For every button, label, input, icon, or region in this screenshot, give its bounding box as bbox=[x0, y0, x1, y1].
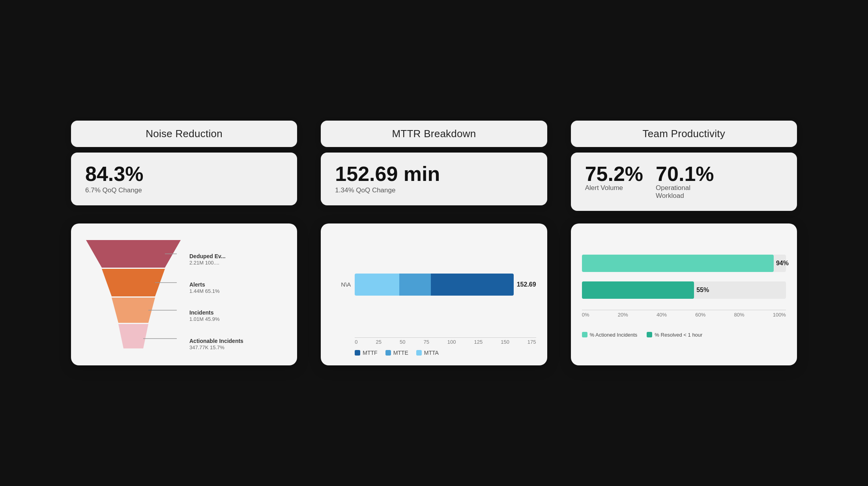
hbar-track-resolved: 55% bbox=[582, 281, 786, 299]
mttr-value-card: 152.69 min 1.34% QoQ Change bbox=[321, 153, 547, 205]
team-productivity-group: Team Productivity 75.2% Alert Volume 70.… bbox=[571, 121, 797, 211]
hbar-fill-resolved: 55% bbox=[582, 281, 694, 299]
mttr-title-card: MTTR Breakdown bbox=[321, 121, 547, 147]
legend-mtta-dot bbox=[416, 350, 422, 356]
noise-reduction-change: 6.7% QoQ Change bbox=[85, 186, 142, 194]
hbar-x-100: 100% bbox=[773, 312, 786, 318]
legend-actioned-label: % Actioned Incidents bbox=[590, 332, 638, 338]
legend-mtta: MTTA bbox=[416, 350, 439, 356]
productivity-legend: % Actioned Incidents % Resolved < 1 hour bbox=[582, 332, 786, 338]
mttr-chart-card: N\A 152.69 bbox=[321, 223, 547, 365]
funnel-container: Deduped Ev... 2.21M 100.... Alerts 1.44M… bbox=[82, 236, 286, 356]
hbar-x-20: 20% bbox=[618, 312, 628, 318]
legend-mtta-label: MTTA bbox=[424, 350, 439, 356]
mttr-x-tick-150: 150 bbox=[501, 339, 509, 345]
hbar-x-80: 80% bbox=[734, 312, 744, 318]
funnel-chart-card: Deduped Ev... 2.21M 100.... Alerts 1.44M… bbox=[71, 223, 297, 365]
dashboard: Noise Reduction 84.3% 6.7% QoQ Change MT… bbox=[39, 97, 829, 389]
legend-mttf-label: MTTF bbox=[363, 350, 377, 356]
mttr-x-tick-25: 25 bbox=[376, 339, 382, 345]
legend-actioned-dot bbox=[582, 332, 587, 337]
mttr-bar-row: N\A 152.69 bbox=[332, 236, 536, 333]
mttr-x-tick-100: 100 bbox=[447, 339, 456, 345]
noise-reduction-title-card: Noise Reduction bbox=[71, 121, 297, 147]
mtta-segment bbox=[355, 274, 399, 296]
mttr-legend: MTTF MTTE MTTA bbox=[332, 350, 536, 356]
svg-marker-7 bbox=[118, 324, 148, 348]
mttr-title: MTTR Breakdown bbox=[392, 128, 476, 140]
noise-reduction-value-card: 84.3% 6.7% QoQ Change bbox=[71, 153, 297, 205]
team-productivity-value-card: 75.2% Alert Volume 70.1% Operational Wor… bbox=[571, 153, 797, 211]
noise-reduction-value: 84.3% bbox=[85, 164, 143, 184]
legend-mtte-dot bbox=[385, 350, 391, 356]
bottom-row: Deduped Ev... 2.21M 100.... Alerts 1.44M… bbox=[71, 223, 797, 365]
legend-mttf-dot bbox=[355, 350, 360, 356]
team-prod-values: 75.2% Alert Volume 70.1% Operational Wor… bbox=[585, 164, 714, 200]
mttr-group: MTTR Breakdown 152.69 min 1.34% QoQ Chan… bbox=[321, 121, 547, 211]
operational-workload-value: 70.1% bbox=[656, 164, 714, 184]
alert-volume-item: 75.2% Alert Volume bbox=[585, 164, 643, 192]
legend-resolved: % Resolved < 1 hour bbox=[647, 332, 702, 338]
funnel-label-actionable: Actionable Incidents 347.77K 15.7% bbox=[189, 337, 243, 351]
mtte-segment bbox=[399, 274, 431, 296]
alert-volume-value: 75.2% bbox=[585, 164, 643, 184]
hbar-track-actioned: 94% bbox=[582, 255, 786, 272]
hbar-x-40: 40% bbox=[657, 312, 667, 318]
productivity-chart-card: 94% 55% 0% 20% bbox=[571, 223, 797, 365]
operational-workload-item: 70.1% Operational Workload bbox=[656, 164, 714, 200]
mttr-x-tick-125: 125 bbox=[474, 339, 483, 345]
funnel-label-alerts: Alerts 1.44M 65.1% bbox=[189, 281, 243, 295]
funnel-label-incidents: Incidents 1.01M 45.9% bbox=[189, 309, 243, 323]
mttr-bar-chart: N\A 152.69 bbox=[332, 236, 536, 356]
alert-volume-label: Alert Volume bbox=[585, 184, 623, 192]
funnel-labels: Deduped Ev... 2.21M 100.... Alerts 1.44M… bbox=[189, 237, 243, 355]
mttr-y-label: N\A bbox=[332, 281, 351, 288]
team-productivity-title-card: Team Productivity bbox=[571, 121, 797, 147]
funnel-svg bbox=[82, 236, 185, 356]
hbar-x-0: 0% bbox=[582, 312, 589, 318]
legend-mttf: MTTF bbox=[355, 350, 377, 356]
hbar-pct-actioned: 94% bbox=[776, 260, 789, 267]
mttr-value: 152.69 min bbox=[335, 164, 440, 184]
hbar-row-resolved: 55% bbox=[582, 281, 786, 299]
mttr-x-tick-175: 175 bbox=[528, 339, 536, 345]
funnel-label-deduped: Deduped Ev... 2.21M 100.... bbox=[189, 253, 243, 266]
team-productivity-title: Team Productivity bbox=[643, 128, 726, 140]
mttr-change: 1.34% QoQ Change bbox=[335, 186, 395, 194]
legend-mtte: MTTE bbox=[385, 350, 408, 356]
mttf-segment bbox=[431, 274, 513, 296]
mttr-bar-segments: 152.69 bbox=[355, 274, 536, 296]
hbar-pct-resolved: 55% bbox=[696, 287, 709, 294]
hbar-fill-actioned: 94% bbox=[582, 255, 774, 272]
mttr-x-tick-75: 75 bbox=[423, 339, 429, 345]
legend-resolved-label: % Resolved < 1 hour bbox=[655, 332, 702, 338]
mttr-x-tick-0: 0 bbox=[355, 339, 357, 345]
operational-workload-label: Operational Workload bbox=[656, 184, 699, 200]
legend-actioned: % Actioned Incidents bbox=[582, 332, 638, 338]
hbar-x-60: 60% bbox=[695, 312, 705, 318]
productivity-hbar-chart: 94% 55% 0% 20% bbox=[582, 236, 786, 356]
top-row: Noise Reduction 84.3% 6.7% QoQ Change MT… bbox=[71, 121, 797, 211]
hbar-row-actioned: 94% bbox=[582, 255, 786, 272]
noise-reduction-title: Noise Reduction bbox=[146, 128, 223, 140]
mttr-bar-end-label: 152.69 bbox=[517, 281, 536, 288]
legend-resolved-dot bbox=[647, 332, 652, 337]
mttr-x-tick-50: 50 bbox=[400, 339, 405, 345]
legend-mtte-label: MTTE bbox=[393, 350, 408, 356]
noise-reduction-group: Noise Reduction 84.3% 6.7% QoQ Change bbox=[71, 121, 297, 211]
